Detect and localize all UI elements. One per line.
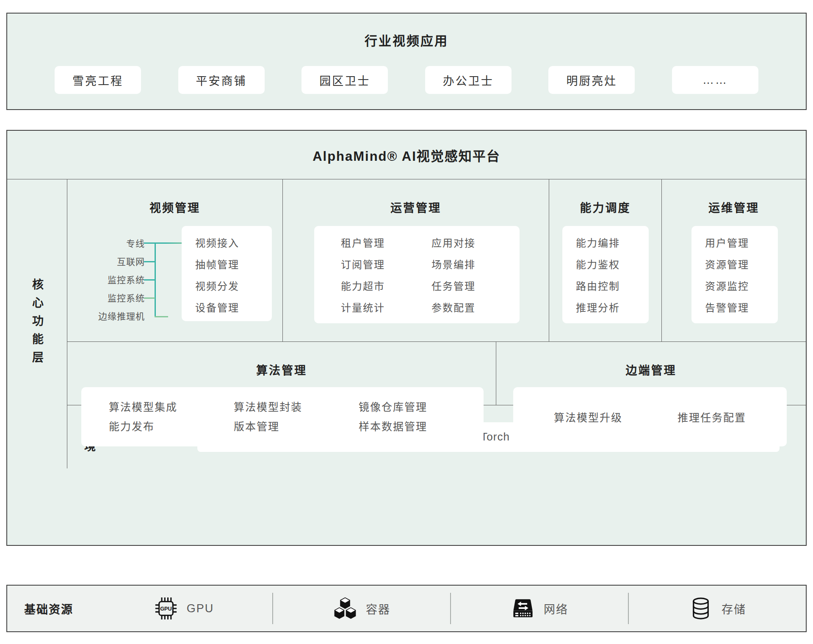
app-pill-yuanqu: 园区卫士 — [301, 66, 388, 94]
connector-stub-line — [144, 297, 155, 299]
capability-sched-item: 推理分析 — [576, 297, 649, 319]
function-row-2: 算法管理 算法模型集成 能力发布 算法模型封装 版本管理 镜像仓 — [67, 341, 806, 405]
resources-items: GPU GPU 容器 — [95, 586, 806, 631]
video-source-label: 边缘推理机 — [67, 307, 145, 325]
operation-mgmt-column: 运营管理 租户管理 订阅管理 能力超市 计量统计 应用对接 场景编排 — [283, 179, 549, 341]
algo-mgmt-item: 版本管理 — [234, 417, 359, 436]
ops-mgmt-item: 资源监控 — [705, 275, 778, 297]
edge-mgmt-header: 边端管理 — [496, 361, 806, 378]
operation-mgmt-card: 租户管理 订阅管理 能力超市 计量统计 应用对接 场景编排 任务管理 参数配置 — [314, 226, 520, 323]
operation-mgmt-item: 计量统计 — [341, 297, 431, 319]
ops-mgmt-card: 用户管理 资源管理 资源监控 告警管理 — [691, 226, 778, 323]
capability-sched-column: 能力调度 能力编排 能力鉴权 路由控制 推理分析 — [549, 179, 662, 341]
algo-mgmt-item: 镜像仓库管理 — [359, 397, 484, 417]
industry-apps-panel: 行业视频应用 雪亮工程 平安商铺 园区卫士 办公卫士 明厨亮灶 …… — [6, 13, 807, 110]
operation-mgmt-item: 订阅管理 — [341, 254, 431, 275]
network-icon — [511, 596, 535, 621]
connector-hook-line — [155, 316, 168, 317]
resource-gpu-label: GPU — [187, 602, 214, 615]
app-pill-bangong: 办公卫士 — [425, 66, 512, 94]
algo-mgmt-col1: 算法模型集成 能力发布 — [109, 397, 234, 446]
operation-mgmt-item: 租户管理 — [341, 232, 431, 254]
algo-mgmt-card: 算法模型集成 能力发布 算法模型封装 版本管理 镜像仓库管理 样本数据管理 — [81, 387, 484, 446]
algo-mgmt-item: 样本数据管理 — [359, 417, 484, 436]
video-mgmt-item: 视频分发 — [195, 275, 272, 297]
operation-mgmt-col1: 租户管理 订阅管理 能力超市 计量统计 — [341, 232, 431, 323]
connector-stub-line — [144, 279, 155, 281]
capability-sched-card: 能力编排 能力鉴权 路由控制 推理分析 — [562, 226, 649, 323]
resources-label: 基础资源 — [24, 600, 95, 617]
resource-network-label: 网络 — [544, 600, 568, 617]
app-pill-row: 雪亮工程 平安商铺 园区卫士 办公卫士 明厨亮灶 …… — [7, 66, 806, 94]
edge-mgmt-card: 算法模型升级 推理任务配置 — [513, 387, 787, 446]
ops-mgmt-header: 运维管理 — [662, 199, 806, 215]
algo-mgmt-item: 能力发布 — [109, 417, 234, 436]
video-mgmt-card: 视频接入 抽帧管理 视频分发 设备管理 — [182, 226, 272, 321]
operation-mgmt-item: 场景编排 — [431, 254, 476, 275]
capability-sched-item: 能力鉴权 — [576, 254, 649, 275]
resource-network: 网络 — [451, 596, 628, 621]
capability-sched-item: 能力编排 — [576, 232, 649, 254]
capability-sched-header: 能力调度 — [549, 199, 661, 215]
ops-mgmt-item: 资源管理 — [705, 254, 778, 275]
operation-mgmt-item: 任务管理 — [431, 275, 476, 297]
edge-mgmt-item: 算法模型升级 — [554, 409, 622, 424]
core-function-label: 核心功能层 — [29, 278, 45, 369]
platform-title: AlphaMind® AI视觉感知平台 — [7, 131, 806, 179]
operation-mgmt-header: 运营管理 — [283, 199, 549, 215]
video-source-labels: 专线 互联网 监控系统 监控系统 边缘推理机 — [67, 234, 145, 325]
svg-text:GPU: GPU — [160, 606, 171, 612]
app-pill-mingchu: 明厨亮灶 — [548, 66, 635, 94]
operation-mgmt-item: 应用对接 — [431, 232, 476, 254]
video-source-label: 监控系统 — [67, 289, 145, 307]
capability-sched-item: 路由控制 — [576, 275, 649, 297]
video-mgmt-item: 抽帧管理 — [195, 254, 272, 275]
resource-gpu: GPU GPU — [95, 596, 272, 621]
industry-apps-title: 行业视频应用 — [7, 30, 806, 49]
connector-stub-line — [144, 261, 155, 262]
platform-main: 核心功能层 视频管理 专线 互联网 监控系统 监控系统 边缘推理机 — [7, 179, 806, 468]
storage-icon — [689, 596, 713, 621]
resources-panel: 基础资源 GPU GPU — [6, 585, 807, 632]
edge-mgmt-item: 推理任务配置 — [678, 409, 746, 424]
algo-mgmt-col2: 算法模型封装 版本管理 — [234, 397, 359, 446]
function-rows: 视频管理 专线 互联网 监控系统 监控系统 边缘推理机 — [67, 179, 806, 468]
app-pill-more: …… — [672, 66, 758, 94]
operation-mgmt-item: 能力超市 — [341, 275, 431, 297]
resource-container: 容器 — [273, 596, 450, 621]
algo-mgmt-col3: 镜像仓库管理 样本数据管理 — [359, 397, 484, 446]
resource-storage: 存储 — [629, 596, 806, 621]
video-mgmt-item: 设备管理 — [195, 297, 272, 319]
resource-storage-label: 存储 — [722, 600, 746, 617]
core-function-sidebar: 核心功能层 — [7, 179, 67, 468]
video-source-label: 监控系统 — [67, 271, 145, 289]
video-mgmt-column: 视频管理 专线 互联网 监控系统 监控系统 边缘推理机 — [67, 179, 283, 341]
gpu-icon: GPU — [154, 596, 178, 621]
resource-container-label: 容器 — [366, 600, 390, 617]
ops-mgmt-item: 告警管理 — [705, 297, 778, 319]
edge-mgmt-column: 边端管理 算法模型升级 推理任务配置 — [496, 342, 806, 405]
algo-mgmt-column: 算法管理 算法模型集成 能力发布 算法模型封装 版本管理 镜像仓 — [67, 342, 496, 405]
container-icon — [333, 596, 357, 621]
architecture-diagram: 行业视频应用 雪亮工程 平安商铺 园区卫士 办公卫士 明厨亮灶 …… Alpha… — [0, 0, 813, 644]
ops-mgmt-column: 运维管理 用户管理 资源管理 资源监控 告警管理 — [662, 179, 806, 341]
video-source-label: 专线 — [67, 234, 145, 253]
video-mgmt-header: 视频管理 — [67, 199, 282, 215]
operation-mgmt-item: 参数配置 — [431, 297, 476, 319]
operation-mgmt-col2: 应用对接 场景编排 任务管理 参数配置 — [431, 232, 476, 323]
algo-mgmt-item: 算法模型集成 — [109, 397, 234, 417]
algo-mgmt-header: 算法管理 — [67, 361, 496, 378]
ops-mgmt-item: 用户管理 — [705, 232, 778, 254]
video-source-label: 互联网 — [67, 253, 145, 271]
function-row-1: 视频管理 专线 互联网 监控系统 监控系统 边缘推理机 — [67, 179, 806, 341]
video-mgmt-item: 视频接入 — [195, 232, 272, 254]
platform-panel: AlphaMind® AI视觉感知平台 核心功能层 视频管理 专线 互联网 监控… — [6, 130, 807, 546]
app-pill-pingan: 平安商铺 — [178, 66, 265, 94]
algo-mgmt-item: 算法模型封装 — [234, 397, 359, 417]
app-pill-xueliang: 雪亮工程 — [55, 66, 141, 94]
